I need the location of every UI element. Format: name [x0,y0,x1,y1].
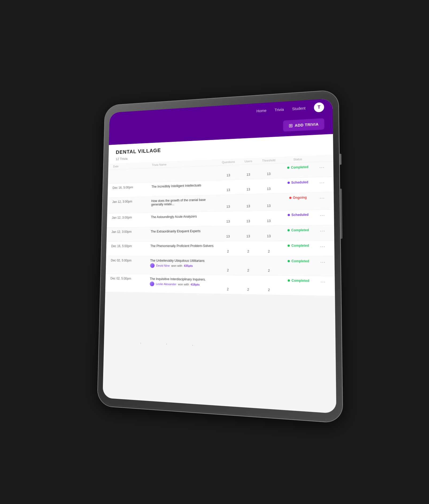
row-u-val-0: 13 [239,173,258,177]
tablet-device: Home Trivia Student T ⊞ ADD TRIVIA DENTA… [97,90,342,423]
row-name-3: The Astoundingly Acute Analyzers [151,214,217,219]
row-name-6: The Unbelievably Ubiquitous Utilitarians… [150,259,217,268]
row-q-val-2: 13 [218,205,239,209]
table-row: Dec 02, 5:00pm The Inquisitive Interdisc… [105,274,335,296]
status-label-4: Completed [291,228,309,232]
col-questions: Questions [218,160,239,164]
winner-pts-7: 418pts [190,283,199,286]
tablet-screen: Home Trivia Student T ⊞ ADD TRIVIA DENTA… [102,98,336,414]
winner-name-7[interactable]: Leslie Alexander [156,282,176,286]
table-row: Dec 02, 5:00pm The Unbelievably Ubiquito… [106,256,335,276]
row-date-1: Dec 16, 5:00pm [113,185,152,189]
status-dot-2 [289,197,291,199]
plus-icon: ⊞ [289,123,293,129]
add-trivia-label: ADD TRIVIA [295,122,319,128]
row-more-0[interactable]: ··· [316,164,327,170]
trivia-table: Date Trivia Name Questions Users Thresho… [105,155,335,296]
status-label-2: Ongoing [293,196,307,200]
row-q-val-0: 13 [218,173,239,177]
nav-trivia[interactable]: Trivia [275,107,284,112]
nav-home[interactable]: Home [256,108,266,113]
row-q-0 [218,167,239,168]
table-row: Jan 12, 3:00pm The Extraordinarily Eloqu… [106,225,334,242]
row-more-1[interactable]: ··· [316,180,328,186]
row-date-5: Dec 16, 5:00pm [111,244,150,248]
row-name-5: The Phenomenally Proficient Problem-Solv… [150,244,217,248]
row-status-2: Ongoing [280,195,316,200]
row-q-val-1: 13 [218,188,239,192]
status-dot-4 [287,229,289,231]
row-status-5: Completed [280,244,317,248]
row-t-val-0: 13 [258,172,280,176]
col-status: Status [280,157,316,162]
row-status-3: Scheduled [280,213,316,217]
winner-row-7: Leslie Alexander won with 418pts [150,281,200,287]
user-avatar[interactable]: T [314,102,324,112]
row-t-0 [258,166,280,167]
row-date-4: Jan 12, 3:00pm [111,230,151,234]
row-status-7: Completed [280,278,317,283]
row-name-1: The Incredibly Intelligent Intellectuals [151,183,218,189]
col-date: Date [113,163,152,168]
col-users: Users [239,159,258,163]
row-more-3[interactable]: ··· [316,212,328,218]
row-more-2[interactable]: ··· [316,195,328,201]
row-date-3: Jan 12, 3:00pm [112,215,151,220]
row-more-6[interactable]: ··· [317,259,329,265]
row-u-val-1: 13 [239,187,258,192]
row-name-0 [152,168,218,171]
row-date-2: Jan 12, 3:00pm [112,199,151,204]
status-dot-3 [288,214,290,216]
status-label-1: Scheduled [291,180,308,185]
row-status-0: Completed [280,165,316,170]
col-trivia-name: Trivia Name [152,161,218,166]
winner-pts-6: 435pts [184,264,193,267]
winner-avatar-7 [150,281,154,286]
row-date-0 [113,171,152,172]
winner-name-6[interactable]: Devid Nine [156,264,169,267]
status-dot-5 [288,245,290,247]
row-name-2: How does the growth of the cranial base … [151,198,218,207]
row-u-val-2: 13 [239,204,258,208]
status-dot-1 [287,182,289,184]
row-u-0 [239,167,258,168]
row-t-val-1: 13 [258,187,280,191]
status-label-0: Completed [291,165,308,169]
row-status-6: Completed [280,259,317,263]
col-actions [316,156,327,160]
row-date-6: Dec 02, 5:00pm [111,259,150,262]
status-label-5: Completed [291,244,309,248]
page-content: DENTAL VILLAGE 12 Trivia Date Trivia Nam… [102,134,336,414]
row-more-7[interactable]: ··· [317,279,329,285]
status-label-6: Completed [291,259,309,263]
nav-student[interactable]: Student [292,106,305,111]
row-more-5[interactable]: ··· [317,244,328,250]
status-dot-7 [288,279,290,281]
row-name-7: The Inquisitive Interdisciplinary Inquir… [150,277,217,287]
row-t-val-2: 13 [258,204,280,208]
table-row: Dec 16, 5:00pm The Phenomenally Proficie… [106,241,334,257]
add-trivia-button[interactable]: ⊞ ADD TRIVIA [283,118,324,132]
row-name-4: The Extraordinarily Eloquent Experts [150,229,217,233]
status-dot-6 [288,260,290,262]
row-status-4: Completed [280,228,317,232]
status-dot-0 [287,167,289,169]
winner-row-6: Devid Nine won with 435pts [150,263,193,268]
winner-avatar-6 [150,263,154,268]
status-label-3: Scheduled [291,213,308,217]
row-date-7: Dec 02, 5:00pm [110,277,150,281]
row-status-1: Scheduled [280,180,316,185]
status-label-7: Completed [291,279,309,283]
col-threshold: Threshold [258,158,280,162]
row-more-4[interactable]: ··· [316,228,328,234]
